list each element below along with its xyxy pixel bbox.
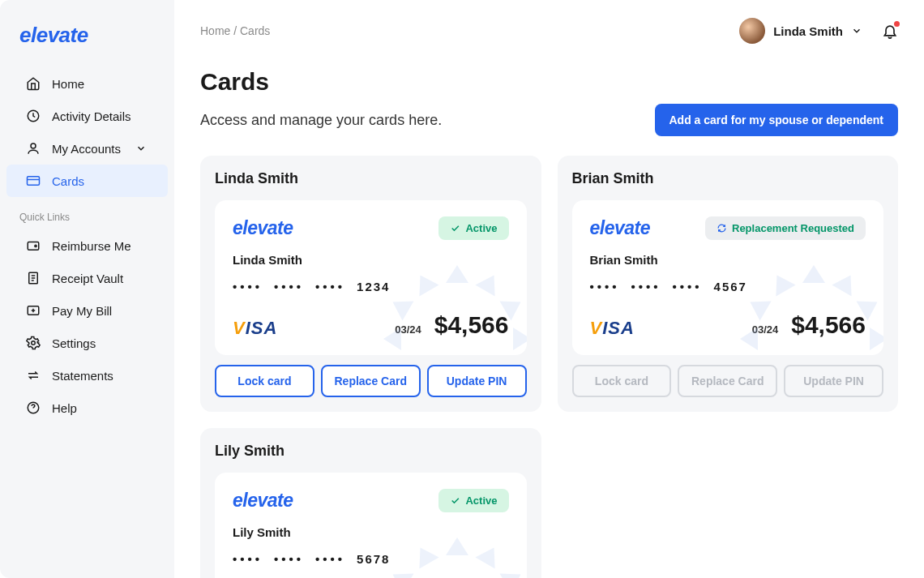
visa-logo: VISA bbox=[233, 318, 277, 339]
lock-card-button[interactable]: Lock card bbox=[215, 365, 314, 397]
card-block: Linda SmithelevateActiveLinda Smith•••••… bbox=[200, 156, 541, 412]
card-last4: 1234 bbox=[357, 280, 390, 293]
card-balance: $4,566 bbox=[791, 311, 866, 339]
card-expiry: 03/24 bbox=[395, 323, 421, 336]
card-owner: Brian Smith bbox=[572, 170, 884, 187]
card-owner: Linda Smith bbox=[215, 170, 527, 187]
chevron-down-icon bbox=[851, 25, 862, 36]
bill-icon bbox=[26, 303, 41, 318]
sidebar-item-label: Activity Details bbox=[52, 109, 131, 123]
breadcrumb: Home / Cards bbox=[200, 24, 270, 37]
card-balance: $4,566 bbox=[434, 311, 509, 339]
page-subtitle: Access and manage your cards here. bbox=[200, 112, 442, 129]
topbar: Home / Cards Linda Smith bbox=[200, 18, 898, 44]
sidebar-item-label: Help bbox=[52, 401, 77, 415]
replace-card-button: Replace Card bbox=[678, 365, 777, 397]
check-icon bbox=[450, 495, 460, 506]
sidebar-item-label: Home bbox=[52, 77, 84, 91]
sidebar-item-statements[interactable]: Statements bbox=[6, 359, 168, 392]
sidebar-item-home[interactable]: Home bbox=[6, 67, 168, 100]
status-badge-active: Active bbox=[438, 216, 508, 240]
lock-card-button: Lock card bbox=[572, 365, 672, 397]
card-block: Lily SmithelevateActiveLily Smith•••••••… bbox=[200, 428, 541, 578]
sidebar-item-pay-bill[interactable]: Pay My Bill bbox=[6, 294, 168, 327]
add-card-button[interactable]: Add a card for my spouse or dependent bbox=[655, 104, 899, 136]
sidebar-item-label: My Accounts bbox=[52, 142, 121, 156]
card-face: elevateReplacement RequestedBrian Smith•… bbox=[572, 200, 884, 355]
sidebar-item-accounts[interactable]: My Accounts bbox=[6, 132, 168, 165]
card-icon bbox=[26, 173, 41, 188]
svg-rect-2 bbox=[28, 177, 40, 186]
sidebar-item-label: Reimburse Me bbox=[52, 239, 131, 253]
svg-point-4 bbox=[35, 245, 36, 246]
check-icon bbox=[450, 223, 460, 233]
sidebar-item-cards[interactable]: Cards bbox=[6, 165, 168, 197]
card-number: ••••••••••••4567 bbox=[590, 280, 866, 293]
status-text: Active bbox=[465, 222, 497, 234]
page-title: Cards bbox=[200, 68, 898, 96]
sidebar-item-label: Cards bbox=[52, 174, 84, 188]
replace-card-button[interactable]: Replace Card bbox=[321, 365, 421, 397]
notification-dot bbox=[894, 21, 900, 27]
user-menu[interactable]: Linda Smith bbox=[739, 18, 862, 44]
receipt-icon bbox=[26, 271, 41, 285]
sidebar-item-settings[interactable]: Settings bbox=[6, 327, 168, 359]
sidebar-item-activity[interactable]: Activity Details bbox=[6, 100, 168, 132]
card-last4: 4567 bbox=[714, 280, 747, 293]
brand-logo: elevate bbox=[0, 15, 174, 67]
user-name: Linda Smith bbox=[773, 24, 843, 38]
sidebar-item-label: Statements bbox=[52, 369, 113, 383]
card-expiry: 03/24 bbox=[752, 323, 779, 336]
sidebar-item-label: Pay My Bill bbox=[52, 304, 112, 318]
wallet-icon bbox=[26, 238, 41, 253]
card-actions: Lock cardReplace CardUpdate PIN bbox=[215, 365, 527, 397]
card-number: ••••••••••••5678 bbox=[233, 552, 509, 566]
card-actions: Lock cardReplace CardUpdate PIN bbox=[572, 365, 884, 397]
status-badge-replacement: Replacement Requested bbox=[705, 216, 866, 240]
user-icon bbox=[26, 141, 41, 156]
sidebar-item-receipt-vault[interactable]: Receipt Vault bbox=[6, 262, 168, 294]
card-owner: Lily Smith bbox=[215, 443, 527, 460]
card-block: Brian SmithelevateReplacement RequestedB… bbox=[558, 156, 899, 412]
status-text: Active bbox=[465, 495, 497, 507]
card-number: ••••••••••••1234 bbox=[233, 280, 509, 293]
card-brand-logo: elevate bbox=[233, 490, 293, 512]
cards-grid: Linda SmithelevateActiveLinda Smith•••••… bbox=[200, 156, 898, 578]
status-badge-active: Active bbox=[438, 489, 508, 512]
sidebar-item-help[interactable]: Help bbox=[6, 392, 168, 424]
main-content: Home / Cards Linda Smith Cards Access an… bbox=[174, 0, 924, 578]
update-pin-button: Update PIN bbox=[784, 365, 883, 397]
card-holder-name: Linda Smith bbox=[233, 253, 509, 267]
card-holder-name: Brian Smith bbox=[590, 253, 866, 267]
card-brand-logo: elevate bbox=[590, 217, 651, 239]
gear-icon bbox=[26, 336, 41, 350]
sidebar-item-label: Settings bbox=[52, 336, 96, 350]
card-holder-name: Lily Smith bbox=[233, 525, 509, 539]
home-icon bbox=[26, 76, 41, 91]
chevron-down-icon bbox=[134, 141, 148, 156]
card-face: elevateActiveLinda Smith••••••••••••1234… bbox=[215, 200, 527, 355]
refresh-icon bbox=[717, 223, 727, 233]
visa-logo: VISA bbox=[590, 318, 635, 339]
svg-point-7 bbox=[32, 341, 36, 345]
sidebar-item-label: Receipt Vault bbox=[52, 272, 123, 285]
sidebar: elevate Home Activity Details My Account… bbox=[0, 0, 174, 578]
avatar bbox=[739, 18, 765, 44]
svg-point-1 bbox=[31, 143, 36, 148]
quick-links-label: Quick Links bbox=[0, 197, 174, 229]
activity-icon bbox=[26, 109, 41, 123]
update-pin-button[interactable]: Update PIN bbox=[427, 365, 527, 397]
card-face: elevateActiveLily Smith••••••••••••5678V… bbox=[215, 473, 527, 578]
card-last4: 5678 bbox=[357, 552, 390, 566]
help-icon bbox=[26, 400, 41, 415]
sidebar-item-reimburse[interactable]: Reimburse Me bbox=[6, 229, 168, 262]
transfer-icon bbox=[26, 368, 41, 383]
notifications-button[interactable] bbox=[882, 23, 898, 39]
status-text: Replacement Requested bbox=[732, 222, 854, 234]
card-brand-logo: elevate bbox=[233, 217, 293, 239]
